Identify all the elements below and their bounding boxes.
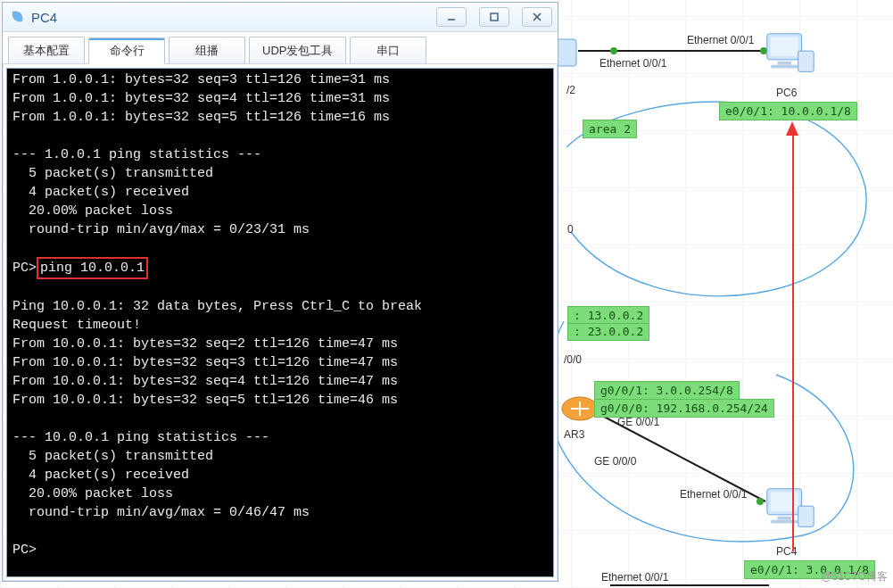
slash2-label: /2	[566, 84, 575, 96]
svg-rect-10	[777, 517, 791, 520]
mid-ip-tag-1: : 13.0.0.2	[567, 306, 649, 324]
svg-rect-16	[491, 13, 498, 21]
app-icon	[10, 9, 26, 25]
svg-rect-5	[777, 62, 791, 65]
pc-icon[interactable]	[762, 482, 817, 537]
terminal-output[interactable]: From 1.0.0.1: bytes=32 seq=3 ttl=126 tim…	[6, 68, 554, 577]
ar3-g000-tag: g0/0/0: 192.168.0.254/24	[594, 399, 774, 418]
svg-rect-7	[798, 51, 814, 71]
tab-basic-config[interactable]: 基本配置	[8, 37, 85, 63]
zero-label: 0	[567, 223, 574, 236]
svg-rect-12	[798, 506, 814, 526]
eth-label: Ethernet 0/0/1	[601, 571, 668, 584]
mid-ip-tag-2: : 23.0.0.2	[567, 323, 649, 341]
ar3-g001-tag: g0/0/1: 3.0.0.254/8	[594, 381, 740, 400]
tab-udp-tool[interactable]: UDP发包工具	[249, 37, 346, 63]
eth-label: Ethernet 0/0/1	[599, 57, 666, 70]
area-tag: area 2	[583, 120, 637, 138]
tab-serial[interactable]: 串口	[350, 37, 426, 63]
svg-rect-9	[771, 493, 798, 511]
svg-rect-11	[771, 520, 798, 524]
minimize-button[interactable]	[436, 7, 467, 27]
eth-label: Ethernet 0/0/1	[687, 34, 754, 46]
if000-label: /0/0	[564, 353, 582, 366]
pc-fragment	[555, 27, 591, 82]
highlighted-command: ping 10.0.0.1	[37, 257, 148, 279]
svg-rect-4	[771, 37, 798, 56]
ar3-label: AR3	[564, 428, 584, 441]
terminal-window: PC4 基本配置 命令行 组播 UDP发包工具 串口 From 1.0.0.1:…	[2, 2, 558, 582]
titlebar[interactable]: PC4	[3, 3, 558, 32]
maximize-button[interactable]	[479, 7, 509, 27]
ge000-label: GE 0/0/0	[594, 455, 636, 468]
pc-icon[interactable]	[762, 27, 817, 82]
pc6-label: PC6	[776, 87, 797, 99]
tab-multicast[interactable]: 组播	[169, 37, 245, 63]
window-title: PC4	[31, 10, 57, 25]
close-button[interactable]	[522, 7, 552, 27]
pc6-if-tag: e0/0/1: 10.0.0.1/8	[719, 102, 857, 120]
svg-rect-6	[771, 65, 798, 69]
ge001-label: GE 0/0/1	[617, 416, 659, 428]
tab-command-line[interactable]: 命令行	[88, 37, 165, 64]
eth-label: Ethernet 0/0/1	[680, 488, 747, 501]
watermark: @51CTO博客	[821, 569, 888, 584]
tabbar: 基本配置 命令行 组播 UDP发包工具 串口	[3, 32, 558, 64]
